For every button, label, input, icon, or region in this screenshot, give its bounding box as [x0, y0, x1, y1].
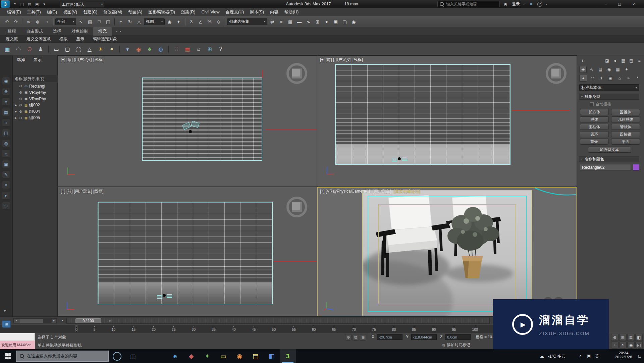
align-icon[interactable]: ≡ — [277, 17, 285, 26]
minimize-button[interactable]: − — [598, 0, 612, 8]
qat-caret-icon[interactable]: ▾ — [41, 1, 48, 7]
chair-wireframe[interactable] — [392, 158, 397, 161]
viewcube[interactable] — [286, 197, 307, 217]
rounded-rect-tool-icon[interactable]: ▢ — [63, 44, 72, 54]
y-coordinate-field[interactable]: -118.044cm — [411, 334, 437, 340]
taskbar-app2-icon[interactable]: ◆ — [183, 349, 199, 363]
time-slider-track[interactable]: 0 / 100 ► — [66, 318, 490, 324]
layer-manager-icon[interactable]: ▦ — [286, 17, 294, 26]
plane-object-front[interactable] — [335, 64, 511, 165]
list-item[interactable]: ⊙ ▣ VRayPhy — [13, 96, 58, 102]
select-move-icon[interactable]: + — [117, 17, 125, 26]
taskbar-app7-icon[interactable]: ◧ — [264, 349, 280, 363]
expand-arrow-icon[interactable]: ▶ — [14, 116, 17, 119]
panel-menu-icon[interactable]: ≡ — [636, 57, 643, 64]
play-filter-icon[interactable]: ▸ — [2, 191, 10, 199]
taskbar-search-input[interactable]: 在这里输入你要搜索的内容 — [16, 351, 109, 362]
viewport-label[interactable]: [+] [前] [用户定义] [线框] — [61, 189, 104, 194]
menu-item[interactable]: 渲染(R) — [178, 8, 198, 16]
render-setup-icon[interactable]: ▣ — [331, 17, 340, 26]
systems-cat-icon[interactable]: * — [634, 75, 642, 82]
taskbar-firefox-icon[interactable]: ◉ — [231, 349, 248, 363]
viewport-front-1[interactable]: [+] [前] [用户定义] [线框] — [317, 55, 577, 187]
select-link-icon[interactable]: ∞ — [24, 17, 33, 26]
explorer-hscrollbar[interactable]: ◄ ► — [13, 318, 57, 323]
ribbon-panel-tab[interactable]: 编辑选定对象 — [89, 36, 121, 43]
rectangle-tool-icon[interactable]: ▭ — [52, 44, 61, 54]
time-slider-thumb[interactable]: 0 / 100 — [75, 318, 101, 323]
render-icon[interactable]: ◉ — [350, 17, 358, 26]
ellipse-tool-icon[interactable]: ◯ — [74, 44, 83, 54]
eye-icon[interactable]: ⊙ — [18, 84, 23, 88]
list-item[interactable]: ▶ ⊙ ▦ 组002 — [13, 102, 58, 108]
explorer-sort-header[interactable]: 名称(按升序排序) — [13, 75, 58, 82]
selection-lock-icon[interactable]: ⊡ — [353, 334, 359, 341]
expand-arrow-icon[interactable]: ▸ — [4, 308, 6, 313]
zoom-all-icon[interactable]: ⊞ — [619, 334, 627, 341]
eye-icon[interactable]: ⊙ — [18, 110, 23, 113]
menu-item[interactable]: 修改器(M) — [100, 8, 125, 16]
user-icon[interactable]: ◉ — [502, 1, 508, 7]
menu-item[interactable]: 编辑(E) — [4, 8, 24, 16]
viewcube[interactable] — [286, 63, 307, 84]
chair-wireframe[interactable] — [167, 294, 172, 298]
shapes-cat-icon[interactable]: ◠ — [588, 75, 596, 82]
ribbon-tab[interactable]: 对象绘制 — [66, 27, 93, 36]
select-scale-icon[interactable]: △ — [135, 17, 143, 26]
plane-object-front[interactable] — [98, 202, 273, 304]
use-center-icon[interactable]: ◉ — [165, 17, 174, 26]
ribbon-panel-tab[interactable]: 定义空闲区域 — [22, 36, 55, 43]
ribbon-tab[interactable]: 填充 — [93, 27, 112, 36]
taskbar-explorer-icon[interactable]: ▭ — [215, 349, 231, 363]
taskbar-3dsmax-icon[interactable]: 3 — [280, 349, 296, 363]
vray-sphere-icon[interactable]: ◉ — [134, 44, 143, 54]
spacewarps-cat-icon[interactable]: ≈ — [625, 75, 633, 82]
track-bar[interactable]: 0510152025303540455055606570758085909510… — [0, 324, 577, 333]
rollout-name-color[interactable]: ▾ 名称和颜色 — [579, 156, 639, 162]
menu-item[interactable]: 帮助(H) — [281, 8, 302, 16]
ribbon-tab[interactable]: 建模 — [3, 27, 21, 36]
primitive-button[interactable]: 球体 — [580, 116, 609, 122]
primitive-button[interactable]: 管状体 — [611, 124, 640, 130]
percent-snap-icon[interactable]: % — [205, 17, 214, 26]
rendered-frame-icon[interactable]: ▢ — [340, 17, 349, 26]
utilities-tab-icon[interactable]: ✦ — [623, 66, 630, 73]
taskbar-edge-icon[interactable]: e — [167, 349, 183, 363]
lights-filter-icon[interactable]: ☀ — [2, 98, 10, 106]
primitive-button[interactable]: 圆环 — [580, 131, 609, 137]
scrollbar-thumb[interactable] — [19, 319, 43, 323]
primitive-category-dropdown[interactable]: 标准基本体 ▾ — [579, 84, 639, 91]
app-menu-icon[interactable]: ≡ — [11, 1, 18, 7]
expand-arrow-icon[interactable]: ▶ — [14, 104, 17, 107]
toggle-ribbon-icon[interactable]: ▬ — [295, 17, 304, 26]
list-item[interactable]: ▶ ⊙ ▦ 组005 — [13, 115, 58, 121]
open-file-icon[interactable]: ▤ — [26, 1, 33, 7]
zoom-region-icon[interactable]: ◧ — [635, 334, 643, 341]
clock[interactable]: 20:34 2022/1/28 — [611, 351, 636, 359]
undo-icon[interactable]: ↶ — [3, 17, 11, 26]
weather-text[interactable]: -1°C 多云 — [548, 354, 565, 359]
eye-icon[interactable]: ⊙ — [18, 91, 23, 94]
cameras-filter-icon[interactable]: ◍ — [2, 139, 10, 147]
menu-item[interactable]: Civil View — [198, 8, 222, 16]
materials-icon[interactable]: ✦ — [2, 181, 10, 189]
expand-arrow-icon[interactable]: ▶ — [14, 110, 17, 113]
eye-icon[interactable]: ⊙ — [18, 97, 23, 101]
taskbar-app3-icon[interactable]: ✦ — [199, 349, 215, 363]
edit-icon[interactable]: ✎ — [2, 170, 10, 178]
scroll-right-icon[interactable]: ► — [52, 319, 56, 323]
populate-display-icon[interactable]: ▣ — [3, 44, 12, 54]
primitive-button[interactable]: 长方体 — [580, 109, 609, 115]
explorer-menu-item[interactable]: 选择 — [13, 57, 29, 63]
chair-wireframe[interactable] — [157, 295, 162, 299]
menu-item[interactable]: 创建(C) — [80, 8, 100, 16]
particles-icon[interactable]: ∗ — [123, 44, 132, 54]
help-search-input[interactable]: 键入关键字或短语 — [437, 1, 500, 7]
communication-center-icon[interactable]: × — [528, 1, 534, 7]
hierarchy-tab-icon[interactable]: ▤ — [597, 66, 604, 73]
selection-filter-dropdown[interactable]: 全部 ▾ — [55, 18, 76, 25]
rect-region-icon[interactable]: □ — [95, 17, 103, 26]
create-idle-area-icon[interactable]: ∅ — [25, 44, 34, 54]
new-file-icon[interactable]: ▢ — [19, 1, 25, 7]
z-coordinate-field[interactable]: 0.0cm — [445, 334, 471, 340]
